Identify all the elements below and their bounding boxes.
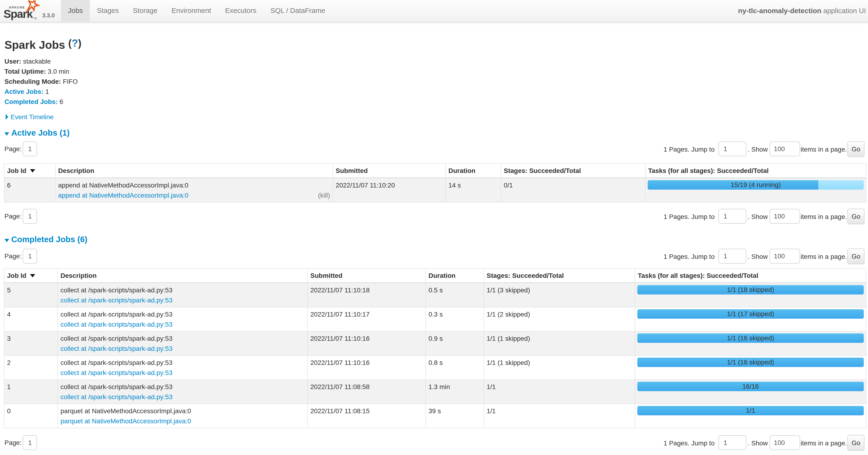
svg-text:TM: TM	[33, 17, 37, 20]
